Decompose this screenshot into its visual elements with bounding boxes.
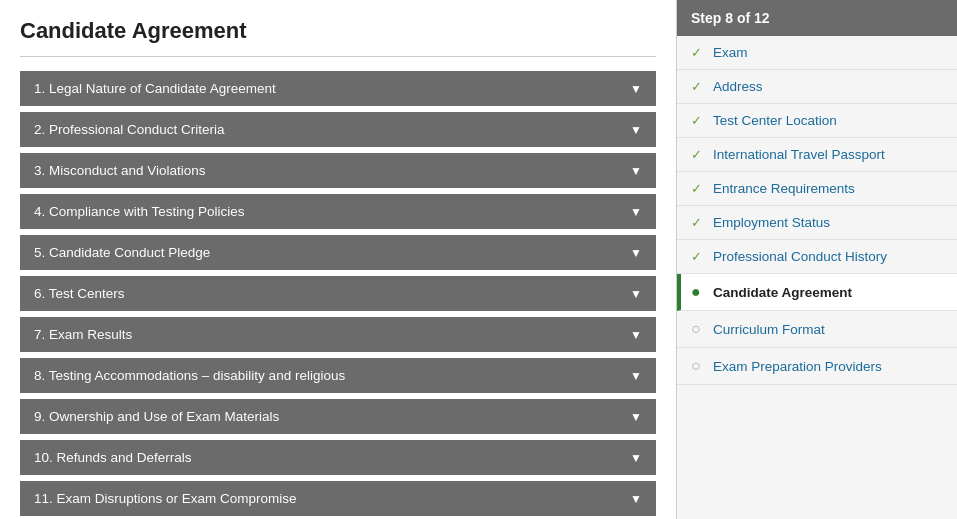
sidebar-item-indicator: ✓ xyxy=(691,79,705,94)
accordion-item-label: 1. Legal Nature of Candidate Agreement xyxy=(34,81,276,96)
accordion-item-item-8[interactable]: 8. Testing Accommodations – disability a… xyxy=(20,358,656,393)
accordion-item-item-6[interactable]: 6. Test Centers▼ xyxy=(20,276,656,311)
sidebar-item-exam-preparation-providers[interactable]: ○Exam Preparation Providers xyxy=(677,348,957,385)
accordion-item-label: 7. Exam Results xyxy=(34,327,132,342)
sidebar: Step 8 of 12 ✓Exam✓Address✓Test Center L… xyxy=(677,0,957,519)
accordion-arrow-icon: ▼ xyxy=(630,328,642,342)
sidebar-item-indicator: ✓ xyxy=(691,147,705,162)
sidebar-item-label: Exam xyxy=(713,45,748,60)
accordion-item-label: 2. Professional Conduct Criteria xyxy=(34,122,225,137)
accordion-item-item-10[interactable]: 10. Refunds and Deferrals▼ xyxy=(20,440,656,475)
main-content: Candidate Agreement 1. Legal Nature of C… xyxy=(0,0,677,519)
page-title: Candidate Agreement xyxy=(20,18,656,44)
accordion-item-item-5[interactable]: 5. Candidate Conduct Pledge▼ xyxy=(20,235,656,270)
sidebar-item-professional-conduct-history[interactable]: ✓Professional Conduct History xyxy=(677,240,957,274)
sidebar-item-label: Entrance Requirements xyxy=(713,181,855,196)
accordion-item-item-2[interactable]: 2. Professional Conduct Criteria▼ xyxy=(20,112,656,147)
accordion-arrow-icon: ▼ xyxy=(630,492,642,506)
sidebar-item-candidate-agreement[interactable]: ●Candidate Agreement xyxy=(677,274,957,311)
accordion-arrow-icon: ▼ xyxy=(630,205,642,219)
sidebar-item-label: Exam Preparation Providers xyxy=(713,359,882,374)
sidebar-item-label: Candidate Agreement xyxy=(713,285,852,300)
accordion-arrow-icon: ▼ xyxy=(630,369,642,383)
sidebar-item-test-center-location[interactable]: ✓Test Center Location xyxy=(677,104,957,138)
accordion-arrow-icon: ▼ xyxy=(630,451,642,465)
sidebar-item-label: International Travel Passport xyxy=(713,147,885,162)
sidebar-item-indicator: ○ xyxy=(691,320,705,338)
sidebar-item-international-travel-passport[interactable]: ✓International Travel Passport xyxy=(677,138,957,172)
accordion-item-label: 9. Ownership and Use of Exam Materials xyxy=(34,409,279,424)
accordion-arrow-icon: ▼ xyxy=(630,123,642,137)
accordion-item-item-4[interactable]: 4. Compliance with Testing Policies▼ xyxy=(20,194,656,229)
sidebar-item-indicator: ● xyxy=(691,283,705,301)
accordion-item-item-7[interactable]: 7. Exam Results▼ xyxy=(20,317,656,352)
accordion-item-label: 10. Refunds and Deferrals xyxy=(34,450,192,465)
sidebar-item-employment-status[interactable]: ✓Employment Status xyxy=(677,206,957,240)
accordion-item-item-11[interactable]: 11. Exam Disruptions or Exam Compromise▼ xyxy=(20,481,656,516)
accordion-item-label: 6. Test Centers xyxy=(34,286,125,301)
accordion-arrow-icon: ▼ xyxy=(630,287,642,301)
sidebar-items-container: ✓Exam✓Address✓Test Center Location✓Inter… xyxy=(677,36,957,385)
sidebar-item-indicator: ○ xyxy=(691,357,705,375)
accordion-item-label: 4. Compliance with Testing Policies xyxy=(34,204,245,219)
accordion-item-label: 8. Testing Accommodations – disability a… xyxy=(34,368,345,383)
accordion-item-item-3[interactable]: 3. Misconduct and Violations▼ xyxy=(20,153,656,188)
divider xyxy=(20,56,656,57)
accordion-arrow-icon: ▼ xyxy=(630,164,642,178)
accordion-item-label: 5. Candidate Conduct Pledge xyxy=(34,245,210,260)
accordion-item-label: 3. Misconduct and Violations xyxy=(34,163,206,178)
sidebar-item-entrance-requirements[interactable]: ✓Entrance Requirements xyxy=(677,172,957,206)
sidebar-item-curriculum-format[interactable]: ○Curriculum Format xyxy=(677,311,957,348)
sidebar-item-label: Address xyxy=(713,79,763,94)
accordion-item-item-1[interactable]: 1. Legal Nature of Candidate Agreement▼ xyxy=(20,71,656,106)
accordion-arrow-icon: ▼ xyxy=(630,246,642,260)
sidebar-item-label: Curriculum Format xyxy=(713,322,825,337)
sidebar-item-label: Professional Conduct History xyxy=(713,249,887,264)
sidebar-item-indicator: ✓ xyxy=(691,181,705,196)
sidebar-item-exam[interactable]: ✓Exam xyxy=(677,36,957,70)
accordion-item-item-9[interactable]: 9. Ownership and Use of Exam Materials▼ xyxy=(20,399,656,434)
sidebar-item-address[interactable]: ✓Address xyxy=(677,70,957,104)
accordion-arrow-icon: ▼ xyxy=(630,82,642,96)
sidebar-item-label: Test Center Location xyxy=(713,113,837,128)
accordion-container: 1. Legal Nature of Candidate Agreement▼2… xyxy=(20,71,656,516)
sidebar-item-label: Employment Status xyxy=(713,215,830,230)
accordion-arrow-icon: ▼ xyxy=(630,410,642,424)
sidebar-item-indicator: ✓ xyxy=(691,45,705,60)
sidebar-item-indicator: ✓ xyxy=(691,249,705,264)
sidebar-item-indicator: ✓ xyxy=(691,113,705,128)
sidebar-header: Step 8 of 12 xyxy=(677,0,957,36)
accordion-item-label: 11. Exam Disruptions or Exam Compromise xyxy=(34,491,297,506)
sidebar-item-indicator: ✓ xyxy=(691,215,705,230)
